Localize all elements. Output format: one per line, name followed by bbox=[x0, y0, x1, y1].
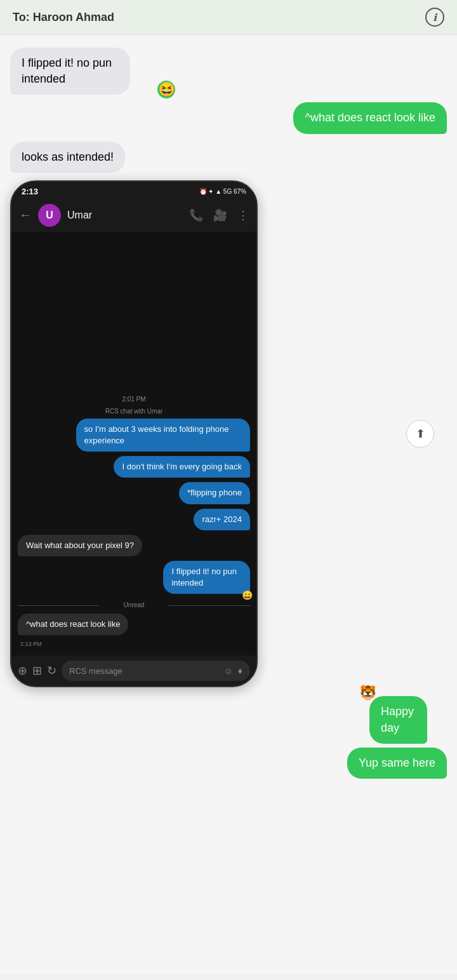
phone-outgoing-bubble: I don't think I'm every going back bbox=[114, 456, 250, 478]
phone-message-row: razr+ 2024 bbox=[18, 509, 250, 533]
phone-incoming-bubble: ^what does react look like bbox=[18, 614, 128, 635]
gallery-icon[interactable]: ⊞ bbox=[32, 664, 42, 678]
phone-input-bar: ⊕ ⊞ ↻ RCS message ☺ ♦ bbox=[11, 655, 256, 686]
more-icon: ⋮ bbox=[237, 208, 249, 222]
outgoing-bubble: ^what does react look like bbox=[293, 102, 447, 133]
recipient-label: To: Haroon Ahmad bbox=[13, 11, 114, 24]
phone-icon: 📞 bbox=[189, 208, 203, 222]
message-row: Yup same here bbox=[10, 748, 447, 779]
phone-outgoing-bubble: *flipping phone bbox=[179, 482, 250, 504]
phone-outgoing-bubble: I flipped it! no pun intended bbox=[163, 561, 250, 594]
contact-name: Haroon Ahmad bbox=[33, 11, 114, 23]
chat-area: I flipped it! no pun intended 😆 ^what do… bbox=[0, 35, 457, 975]
message-row: looks as intended! bbox=[10, 142, 447, 173]
phone-message-row: I don't think I'm every going back bbox=[18, 456, 250, 480]
share-button[interactable]: ⬆ bbox=[406, 420, 434, 448]
message-header: To: Haroon Ahmad ℹ bbox=[0, 0, 457, 35]
phone-message-row: *flipping phone bbox=[18, 482, 250, 506]
share-icon: ⬆ bbox=[416, 427, 425, 441]
phone-outgoing-bubble: so I'm about 3 weeks into folding phone … bbox=[76, 419, 251, 452]
screenshot-message: 2:13 ⏰ ✦ ▲ 5G 67% ← U Umar 📞 🎥 ⋮ bbox=[10, 180, 447, 688]
phone-message-row: I flipped it! no pun intended 😄 bbox=[18, 561, 250, 596]
phone-message-row: so I'm about 3 weeks into folding phone … bbox=[18, 419, 250, 454]
phone-message-row: ^what does react look like bbox=[18, 614, 250, 638]
message-row: I flipped it! no pun intended 😆 bbox=[10, 48, 447, 95]
phone-chat-content: 2:01 PM RCS chat with Umar so I'm about … bbox=[11, 232, 256, 656]
phone-message-row: Wait what about your pixel 9? bbox=[18, 535, 250, 559]
add-icon[interactable]: ⊕ bbox=[18, 664, 27, 678]
reaction-emoji: 😆 bbox=[156, 79, 176, 100]
phone-message-input[interactable]: RCS message ☺ ♦ bbox=[62, 661, 250, 681]
message-row: 🐯 Happy day bbox=[10, 696, 447, 743]
outgoing-bubble: Yup same here bbox=[347, 748, 447, 779]
phone-reaction: 😄 bbox=[242, 590, 253, 600]
phone-timestamp-row: 2:13 PM bbox=[18, 640, 250, 647]
back-icon: ← bbox=[19, 208, 32, 222]
video-icon: 🎥 bbox=[213, 208, 227, 222]
info-icon[interactable]: ℹ bbox=[425, 8, 444, 27]
outgoing-bubble: Happy day bbox=[369, 696, 428, 743]
contact-avatar: U bbox=[38, 204, 61, 227]
phone-header-actions: 📞 🎥 ⋮ bbox=[189, 208, 249, 222]
status-bar: 2:13 ⏰ ✦ ▲ 5G 67% bbox=[11, 182, 256, 199]
phone-frame: 2:13 ⏰ ✦ ▲ 5G 67% ← U Umar 📞 🎥 ⋮ bbox=[10, 180, 258, 688]
phone-incoming-bubble: Wait what about your pixel 9? bbox=[18, 535, 142, 556]
incoming-bubble: I flipped it! no pun intended bbox=[10, 48, 130, 95]
mic-icon[interactable]: ♦ bbox=[238, 666, 242, 676]
emoji-icon[interactable]: ☺ bbox=[224, 666, 233, 676]
message-row: ^what does react look like bbox=[10, 102, 447, 133]
rcs-label: RCS chat with Umar bbox=[18, 408, 250, 415]
unread-divider: Unread bbox=[18, 601, 250, 608]
phone-outgoing-bubble: razr+ 2024 bbox=[194, 509, 250, 530]
phone-timestamp: 2:01 PM bbox=[18, 396, 250, 403]
to-prefix: To: bbox=[13, 11, 30, 23]
phone-app-header: ← U Umar 📞 🎥 ⋮ bbox=[11, 199, 256, 232]
incoming-bubble: looks as intended! bbox=[10, 142, 125, 173]
refresh-icon[interactable]: ↻ bbox=[47, 664, 56, 678]
